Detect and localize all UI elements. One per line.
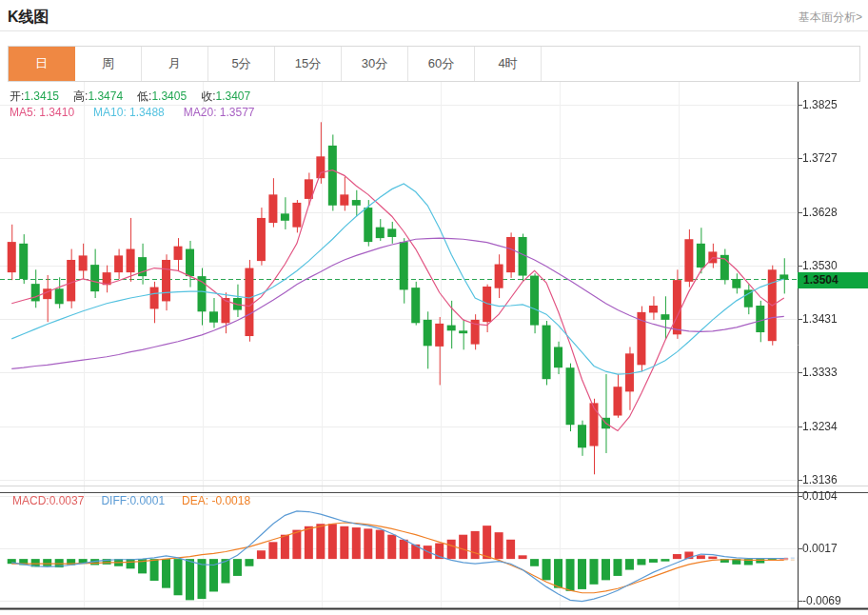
y-axis-label-macd-0: 0.0104 [802, 489, 838, 503]
page-header: K线图 基本面分析> [0, 0, 868, 31]
low-label: 低: [137, 89, 151, 103]
page-title: K线图 [0, 0, 49, 28]
ma5-value: 1.3410 [39, 106, 74, 119]
low-value: 1.3405 [151, 89, 187, 103]
fundamental-analysis-link[interactable]: 基本面分析> [799, 10, 862, 26]
diff-value: 0.0001 [129, 494, 165, 507]
tab-month[interactable]: 月 [142, 47, 208, 81]
ma5-label: MA5: [10, 106, 36, 119]
open-label: 开: [10, 89, 24, 103]
ma20-label: MA20: [184, 106, 217, 119]
y-axis-label-macd-2: -0.0069 [802, 594, 841, 607]
dea-value: -0.0018 [211, 494, 250, 507]
y-axis-label-price-7: 1.3136 [802, 473, 838, 486]
macd-info-bar: MACD:0.0037DIFF:0.0001DEA: -0.0018 [12, 494, 250, 507]
current-price-tag: 1.3504 [798, 272, 868, 288]
chart-area: 开:1.3415高:1.3474低:1.3405收:1.3407 MA5: 1.… [0, 82, 868, 613]
ohlc-info-bar: 开:1.3415高:1.3474低:1.3405收:1.3407 [10, 89, 265, 105]
ma20-value: 1.3577 [220, 106, 255, 119]
y-axis-label-price-6: 1.3234 [802, 420, 838, 433]
kline-canvas[interactable] [0, 82, 868, 613]
high-label: 高: [73, 89, 88, 103]
ma-info-bar: MA5: 1.3410MA10: 1.3488MA20: 1.3577 [10, 106, 255, 119]
period-tabs: 日周月5分15分30分60分4时 [8, 46, 860, 82]
macd-value: 0.0037 [49, 494, 85, 507]
high-value: 1.3474 [88, 89, 123, 103]
ma10-label: MA10: [93, 106, 127, 119]
y-axis-label-price-4: 1.3431 [802, 312, 838, 326]
diff-label: DIFF: [101, 494, 129, 507]
tab-30min[interactable]: 30分 [342, 47, 408, 81]
open-value: 1.3415 [24, 89, 59, 103]
dea-label: DEA: [182, 494, 208, 507]
tab-4hour[interactable]: 4时 [475, 47, 542, 81]
tab-week[interactable]: 周 [75, 47, 142, 81]
y-axis-label-price-3: 1.3530 [802, 259, 838, 272]
ma10-value: 1.3488 [129, 106, 165, 119]
tab-day[interactable]: 日 [9, 47, 75, 81]
close-value: 1.3407 [215, 89, 250, 103]
y-axis-label-price-0: 1.3825 [802, 98, 838, 111]
y-axis-label-price-1: 1.3727 [802, 151, 838, 165]
y-axis-label-price-2: 1.3628 [802, 206, 838, 219]
close-label: 收: [201, 89, 215, 103]
tab-60min[interactable]: 60分 [408, 47, 475, 81]
macd-label: MACD: [12, 494, 49, 507]
tab-5min[interactable]: 5分 [208, 47, 275, 81]
tab-15min[interactable]: 15分 [275, 47, 342, 81]
y-axis-label-macd-1: 0.0017 [802, 542, 838, 555]
y-axis-label-price-5: 1.3333 [802, 366, 838, 379]
